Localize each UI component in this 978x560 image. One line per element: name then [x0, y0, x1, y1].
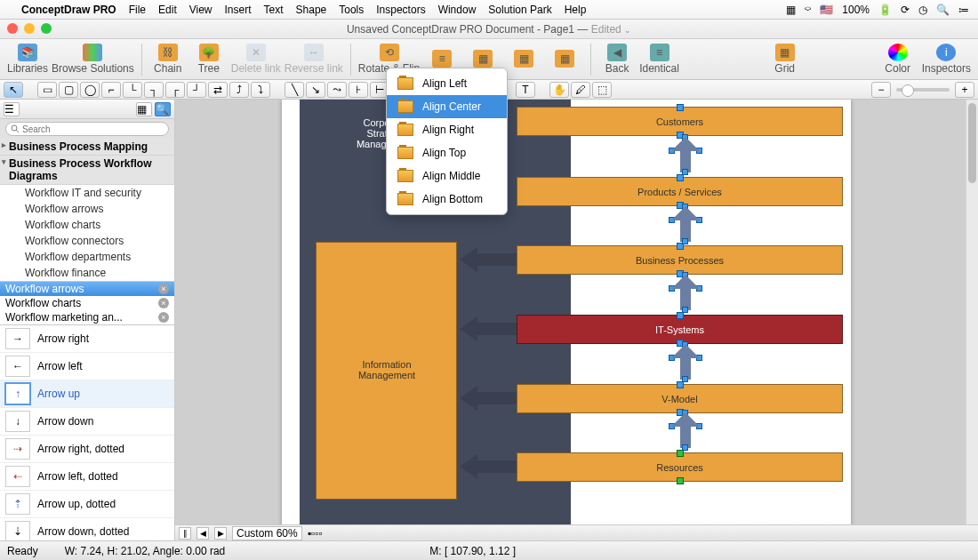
arrow-left-shape[interactable]	[460, 316, 517, 341]
menu-window[interactable]: Window	[438, 4, 477, 16]
arrow-up-shape[interactable]	[671, 206, 700, 242]
tool-crop[interactable]: ⬚	[592, 82, 612, 98]
menu-file[interactable]: File	[129, 4, 146, 16]
shape-item[interactable]: ⇣Arrow down, dotted	[0, 518, 174, 540]
sync-icon[interactable]: ⟳	[901, 4, 910, 16]
wifi-icon[interactable]: ⌔	[805, 4, 811, 16]
tb-inspectors[interactable]: iInspectors	[922, 41, 971, 78]
close-button[interactable]	[7, 23, 18, 34]
tb-libraries[interactable]: 📚Libraries	[7, 41, 48, 78]
diagram-bar[interactable]: Resources	[517, 452, 843, 482]
zoom-button[interactable]	[41, 23, 52, 34]
tool-conn2[interactable]: └	[123, 82, 142, 98]
page-prev[interactable]: ◀	[196, 527, 209, 540]
tb-group3[interactable]: ▦	[546, 41, 583, 78]
search-icon[interactable]: 🔍	[936, 4, 950, 16]
tb-grid[interactable]: ▦Grid	[696, 41, 874, 78]
tree-group[interactable]: Business Process Workflow Diagrams	[0, 156, 174, 185]
tool-ellipse[interactable]: ◯	[80, 82, 100, 98]
align-left[interactable]: Align Left	[387, 72, 507, 95]
tree-item[interactable]: Workflow charts	[0, 217, 174, 233]
tb-chain[interactable]: ⛓Chain	[149, 41, 187, 78]
tb-browse[interactable]: Browse Solutions	[52, 41, 134, 78]
tool-roundrect[interactable]: ▢	[59, 82, 78, 98]
tool-conn6[interactable]: ⇄	[208, 82, 228, 98]
tray-icon[interactable]: ▦	[786, 4, 796, 16]
shape-item[interactable]: ⇢Arrow right, dotted	[0, 436, 174, 463]
tool-line1[interactable]: ╲	[285, 82, 304, 98]
tool-conn7[interactable]: ⤴	[229, 82, 249, 98]
tree-group[interactable]: Business Process Mapping	[0, 139, 174, 156]
tool-text[interactable]: T	[516, 82, 535, 98]
menu-solution-park[interactable]: Solution Park	[488, 4, 551, 16]
zoom-slider[interactable]	[896, 88, 950, 92]
tb-group2[interactable]: ▦	[505, 41, 542, 78]
arrow-up-shape[interactable]	[671, 137, 700, 172]
zoom-combo[interactable]: Custom 60%	[232, 526, 302, 540]
tb-color[interactable]: Color	[879, 41, 917, 78]
arrow-up-shape[interactable]	[671, 275, 700, 310]
tool-line3[interactable]: ⤳	[327, 82, 347, 98]
opened-lib-row[interactable]: Workflow charts×	[0, 296, 174, 310]
arrow-left-shape[interactable]	[460, 454, 517, 479]
flag-icon[interactable]: 🇺🇸	[820, 4, 833, 16]
shape-list[interactable]: →Arrow right ←Arrow left ↑Arrow up ↓Arro…	[0, 324, 174, 540]
tree-item[interactable]: Workflow arrows	[0, 201, 174, 217]
page-first[interactable]: ‖	[179, 527, 191, 540]
vertical-scrollbar[interactable]	[966, 100, 978, 540]
library-tree[interactable]: Business Process Mapping Business Proces…	[0, 139, 174, 281]
shape-item[interactable]: ↑Arrow up	[0, 380, 174, 408]
menu-icon[interactable]: ≔	[958, 4, 969, 16]
tool-conn8[interactable]: ⤵	[251, 82, 270, 98]
arrow-left-shape[interactable]	[460, 247, 517, 272]
align-bottom[interactable]: Align Bottom	[387, 188, 507, 211]
tool-hand[interactable]: ✋	[549, 82, 569, 98]
tool-conn1[interactable]: ⌐	[101, 82, 121, 98]
sidebar-tab-list[interactable]: ☰	[4, 102, 20, 116]
shape-item[interactable]: ⇡Arrow up, dotted	[0, 491, 174, 518]
menu-view[interactable]: View	[189, 4, 212, 16]
tool-select[interactable]: ↖	[4, 82, 23, 98]
diagram-bar[interactable]: V-Model	[517, 384, 843, 413]
app-name[interactable]: ConceptDraw PRO	[21, 4, 116, 16]
menu-tools[interactable]: Tools	[339, 4, 364, 16]
shape-item[interactable]: ←Arrow left	[0, 353, 174, 380]
tree-item[interactable]: Workflow departments	[0, 249, 174, 265]
arrow-up-shape[interactable]	[671, 412, 700, 448]
tb-tree[interactable]: 🌳Tree	[190, 41, 228, 78]
diagram-bar[interactable]: Customers	[517, 107, 843, 136]
align-center[interactable]: Align Center	[387, 95, 507, 118]
battery-icon[interactable]: 🔋	[878, 4, 892, 16]
tool-conn5[interactable]: ┘	[187, 82, 206, 98]
tool-line4[interactable]: ⊦	[349, 82, 368, 98]
shape-item[interactable]: ↓Arrow down	[0, 408, 174, 436]
tool-line2[interactable]: ↘	[306, 82, 325, 98]
tool-conn3[interactable]: ┐	[144, 82, 164, 98]
opened-lib-row[interactable]: Workflow marketing an...×	[0, 310, 174, 324]
tool-stamp[interactable]: 🖊	[571, 82, 590, 98]
diagram-bar[interactable]: Products / Services	[517, 177, 843, 206]
menu-insert[interactable]: Insert	[225, 4, 252, 16]
close-icon[interactable]: ×	[158, 312, 169, 323]
search-input[interactable]	[5, 122, 169, 136]
tree-item[interactable]: Workflow finance	[0, 265, 174, 281]
menu-inspectors[interactable]: Inspectors	[376, 4, 425, 16]
tree-item[interactable]: Workflow connectors	[0, 233, 174, 249]
align-top[interactable]: Align Top	[387, 141, 507, 164]
page[interactable]: CorporateStrategyManagement Information …	[282, 100, 851, 540]
menu-help[interactable]: Help	[565, 4, 587, 16]
menu-text[interactable]: Text	[264, 4, 284, 16]
zoom-in[interactable]: +	[955, 82, 974, 98]
tree-item[interactable]: Workflow IT and security	[0, 185, 174, 201]
close-icon[interactable]: ×	[158, 284, 169, 294]
menu-edit[interactable]: Edit	[158, 4, 177, 16]
menu-shape[interactable]: Shape	[296, 4, 327, 16]
opened-lib-row[interactable]: Workflow arrows×	[0, 282, 174, 296]
page-next[interactable]: ▶	[214, 527, 227, 540]
align-middle[interactable]: Align Middle	[387, 164, 507, 188]
minimize-button[interactable]	[24, 23, 35, 34]
arrow-up-shape[interactable]	[671, 344, 700, 380]
canvas[interactable]: CorporateStrategyManagement Information …	[175, 100, 978, 540]
close-icon[interactable]: ×	[158, 298, 169, 308]
zoom-out[interactable]: −	[871, 82, 891, 98]
